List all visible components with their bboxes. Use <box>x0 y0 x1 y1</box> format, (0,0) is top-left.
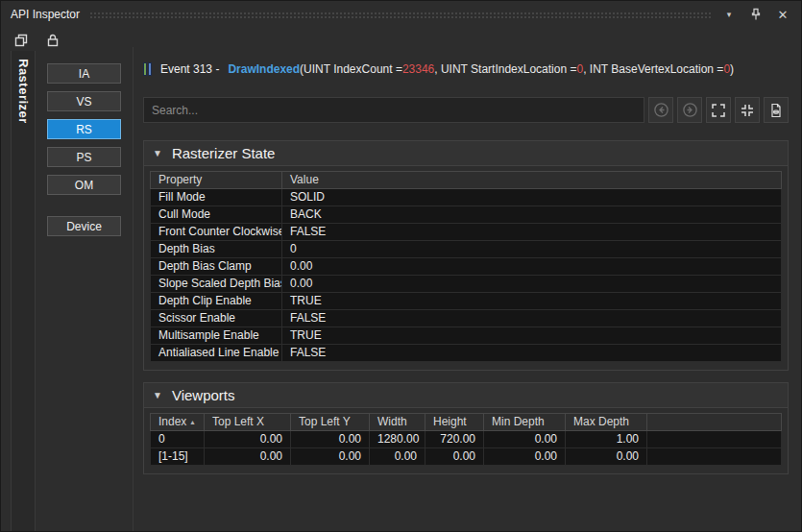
column-header-top-left-y[interactable]: Top Left Y <box>291 414 370 431</box>
stage-button-ia[interactable]: IA <box>47 63 121 84</box>
table-cell: 0.00 <box>291 431 370 448</box>
search-toolbar <box>143 97 789 123</box>
column-header-value[interactable]: Value <box>282 172 782 189</box>
table-cell: Scissor Enable <box>151 310 282 327</box>
rasterizer-tab-rail[interactable]: Rasterizer <box>11 51 36 531</box>
titlebar: API Inspector ▾ ✕ <box>1 1 801 28</box>
table-row[interactable]: 00.000.001280.00720.000.001.00 <box>151 431 782 448</box>
event-call-link[interactable]: DrawIndexed <box>228 62 300 76</box>
table-cell: 0.00 <box>282 276 782 293</box>
table-cell: Depth Bias Clamp <box>151 258 282 276</box>
table-row[interactable]: Scissor EnableFALSE <box>151 310 782 327</box>
table-row[interactable]: Multisample EnableTRUE <box>151 327 782 345</box>
table-cell: SOLID <box>282 189 782 206</box>
panel-toolbar <box>12 32 61 49</box>
collapse-icon <box>740 103 755 118</box>
copy-icon <box>13 33 29 48</box>
table-cell: TRUE <box>282 327 782 345</box>
column-header-top-left-x[interactable]: Top Left X <box>205 414 291 431</box>
event-param-value: 0 <box>723 62 730 76</box>
table-cell: Slope Scaled Depth Bias <box>151 276 282 293</box>
window-menu-button[interactable]: ▾ <box>720 6 738 23</box>
column-header-width[interactable]: Width <box>370 414 425 431</box>
stage-button-rs[interactable]: RS <box>47 119 121 139</box>
event-param-text: , UINT StartIndexLocation = <box>434 62 576 76</box>
table-cell: FALSE <box>282 345 782 362</box>
back-button[interactable] <box>648 97 673 123</box>
table-row[interactable]: [1-15]0.000.000.000.000.000.00 <box>151 448 782 466</box>
column-header-property[interactable]: Property <box>151 172 282 189</box>
export-document-icon <box>768 103 784 118</box>
table-cell: 0.00 <box>484 431 566 448</box>
expand-icon <box>711 103 726 118</box>
section-header-viewports[interactable]: ▼ Viewports <box>144 383 788 408</box>
table-cell: 0.00 <box>291 448 370 466</box>
lock-icon <box>45 33 61 48</box>
close-icon: ✕ <box>778 9 789 21</box>
section-title: Rasterizer State <box>172 145 276 161</box>
table-cell: Depth Bias <box>151 241 282 258</box>
table-cell: TRUE <box>282 293 782 310</box>
stage-button-vs[interactable]: VS <box>47 91 121 111</box>
table-row[interactable]: Depth Bias0 <box>151 241 782 258</box>
table-cell: Fill Mode <box>151 189 282 206</box>
event-header: Event 313 - DrawIndexed (UINT IndexCount… <box>143 60 789 77</box>
pin-button[interactable] <box>747 6 765 23</box>
collapse-caret-icon: ▼ <box>153 390 162 400</box>
column-header-min-depth[interactable]: Min Depth <box>484 414 566 431</box>
table-row[interactable]: Depth Bias Clamp0.00 <box>151 258 782 276</box>
table-row[interactable]: Depth Clip EnableTRUE <box>151 293 782 310</box>
table-row[interactable]: Front Counter ClockwiseFALSE <box>151 224 782 241</box>
table-row[interactable]: Fill ModeSOLID <box>151 189 782 206</box>
api-inspector-panel: API Inspector ▾ ✕ <box>0 0 802 532</box>
table-cell: 1.00 <box>566 431 647 448</box>
table-cell: 0.00 <box>425 448 484 466</box>
stage-button-om[interactable]: OM <box>47 175 121 195</box>
clone-panel-button[interactable] <box>12 32 30 49</box>
section-title: Viewports <box>172 387 235 403</box>
table-cell: Multisample Enable <box>151 327 282 345</box>
expand-all-button[interactable] <box>706 97 731 123</box>
table-row[interactable]: Antialiased Line EnableFALSE <box>151 345 782 362</box>
table-cell: FALSE <box>282 224 782 241</box>
chevron-down-icon: ▾ <box>727 10 732 19</box>
table-cell: 0.00 <box>282 258 782 276</box>
table-cell: Depth Clip Enable <box>151 293 282 310</box>
table-cell: Cull Mode <box>151 206 282 224</box>
table-cell: BACK <box>282 206 782 224</box>
forward-button[interactable] <box>677 97 702 123</box>
arrow-right-circle-icon <box>682 102 698 118</box>
viewports-table: Index ▲ Top Left X Top Left Y Width Heig… <box>150 413 782 466</box>
table-row[interactable]: Cull ModeBACK <box>151 206 782 224</box>
table-cell: 0.00 <box>484 448 566 466</box>
lock-panel-button[interactable] <box>44 32 61 49</box>
search-input[interactable] <box>143 97 644 123</box>
drag-handle-texture[interactable] <box>89 12 711 20</box>
pipeline-stage-sidebar: IA VS RS PS OM Device <box>47 63 121 244</box>
column-header-height[interactable]: Height <box>425 414 484 431</box>
section-header-rasterizer-state[interactable]: ▼ Rasterizer State <box>144 141 788 166</box>
column-label: Index <box>158 415 186 429</box>
collapse-all-button[interactable] <box>735 97 760 123</box>
rasterizer-state-table: Property Value Fill ModeSOLIDCull ModeBA… <box>150 171 782 362</box>
event-param-text: ) <box>730 62 734 76</box>
device-button[interactable]: Device <box>47 216 121 236</box>
stage-button-ps[interactable]: PS <box>47 147 121 167</box>
table-row[interactable]: Slope Scaled Depth Bias0.00 <box>151 276 782 293</box>
column-header-index[interactable]: Index ▲ <box>151 414 205 431</box>
table-cell: 0 <box>282 241 782 258</box>
table-cell-filler <box>647 448 782 466</box>
event-marker-icon <box>143 62 152 76</box>
close-button[interactable]: ✕ <box>774 6 791 23</box>
event-param-text: , INT BaseVertexLocation = <box>583 62 723 76</box>
table-cell: Antialiased Line Enable <box>151 345 282 362</box>
column-header-max-depth[interactable]: Max Depth <box>566 414 647 431</box>
section-rasterizer-state: ▼ Rasterizer State Property Value Fill M… <box>143 140 789 371</box>
sidebar-divider <box>133 47 134 531</box>
table-cell: 720.00 <box>425 431 484 448</box>
table-cell: 0.00 <box>370 448 425 466</box>
table-cell: [1-15] <box>151 448 205 466</box>
export-button[interactable] <box>764 97 789 123</box>
table-cell-filler <box>647 431 782 448</box>
section-viewports: ▼ Viewports Index <box>143 382 789 474</box>
